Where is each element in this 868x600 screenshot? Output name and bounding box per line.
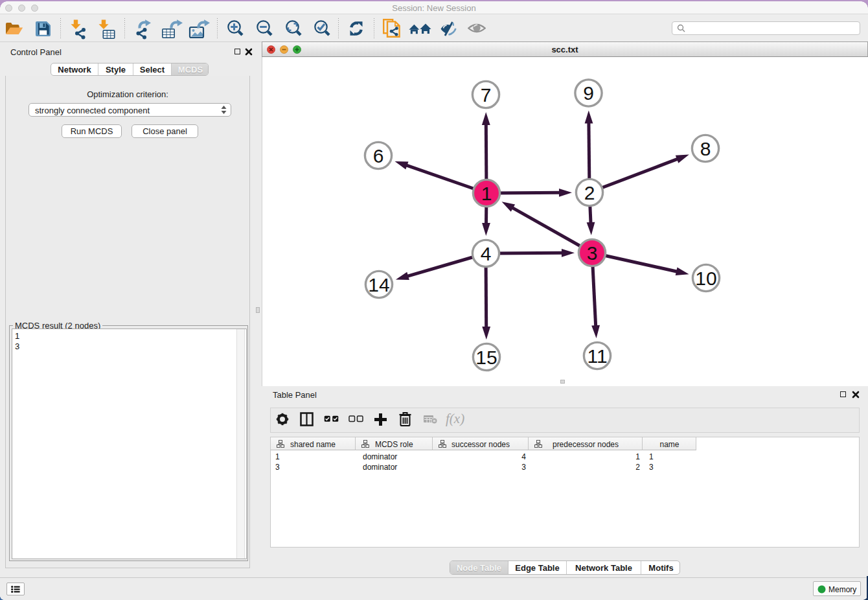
- svg-text:7: 7: [481, 84, 492, 106]
- svg-text:3: 3: [587, 242, 598, 264]
- svg-text:6: 6: [373, 145, 384, 167]
- svg-text:10: 10: [695, 268, 716, 289]
- svg-text:4: 4: [481, 243, 492, 264]
- svg-text:2: 2: [584, 182, 595, 203]
- svg-text:8: 8: [700, 138, 711, 159]
- svg-text:1: 1: [481, 183, 492, 204]
- svg-text:11: 11: [587, 345, 607, 367]
- svg-text:15: 15: [475, 347, 497, 368]
- svg-text:9: 9: [583, 82, 594, 104]
- svg-text:14: 14: [368, 274, 389, 295]
